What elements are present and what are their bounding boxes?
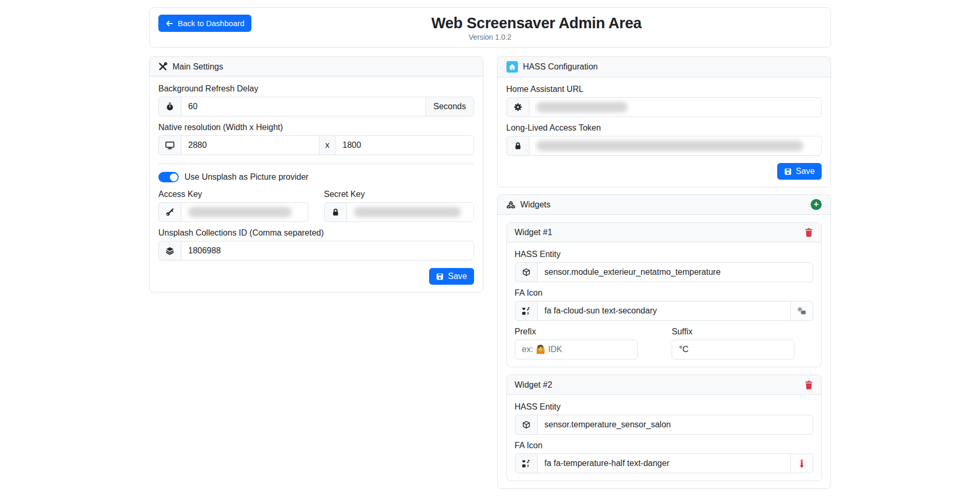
header-card: Back to Dashboard Web Screensaver Admin … xyxy=(149,7,831,48)
key-icon xyxy=(166,208,174,216)
icons-icon xyxy=(522,459,531,468)
arrow-left-icon xyxy=(165,19,174,28)
main-settings-card: Main Settings Background Refresh Delay S… xyxy=(149,56,483,293)
widget-2-fa-icon-input[interactable] xyxy=(537,453,791,473)
fa-icon-label: FA Icon xyxy=(515,441,814,450)
hass-entity-label: HASS Entity xyxy=(515,402,814,412)
unsplash-toggle[interactable] xyxy=(158,172,179,182)
icons-addon xyxy=(515,453,538,473)
gear-icon xyxy=(514,103,522,111)
trash-icon xyxy=(804,380,813,390)
thermometer-half-icon xyxy=(798,459,806,468)
resolution-width-input[interactable] xyxy=(181,135,319,155)
suffix-label: Suffix xyxy=(672,327,813,336)
ha-url-input[interactable] xyxy=(529,97,822,117)
delete-widget-button[interactable] xyxy=(804,380,813,390)
desktop-addon xyxy=(158,135,181,155)
layers-addon xyxy=(158,241,181,261)
widget-1-entity-input[interactable] xyxy=(537,262,814,282)
save-button-label: Save xyxy=(448,272,467,281)
lock-addon xyxy=(506,136,529,156)
redacted-value xyxy=(536,102,628,112)
widget-1-suffix-input[interactable] xyxy=(672,340,794,359)
hass-entity-label: HASS Entity xyxy=(515,250,814,259)
stopwatch-addon xyxy=(158,97,181,116)
redacted-value xyxy=(536,141,803,151)
access-key-label: Access Key xyxy=(158,190,308,199)
layers-icon xyxy=(166,247,174,255)
hass-configuration-card: HASS Configuration Home Assistant URL xyxy=(497,56,832,188)
access-key-input[interactable] xyxy=(181,202,308,222)
widgets-title: Widgets xyxy=(521,200,551,209)
redacted-value xyxy=(354,207,461,217)
widgets-card: Widgets + Widget #1 xyxy=(497,194,832,489)
icons-addon xyxy=(515,301,538,321)
back-button-label: Back to Dashboard xyxy=(178,19,245,28)
widget-1-card: Widget #1 HASS Entity xyxy=(506,222,822,367)
widget-2-icon-preview xyxy=(790,453,813,473)
delete-widget-button[interactable] xyxy=(804,228,813,237)
widget-2-title: Widget #2 xyxy=(515,380,552,390)
resolution-height-input[interactable] xyxy=(335,135,474,155)
resolution-label: Native resolution (Width x Height) xyxy=(158,123,474,132)
main-settings-title: Main Settings xyxy=(172,62,223,72)
ha-token-input[interactable] xyxy=(529,136,822,156)
gear-addon xyxy=(506,97,529,117)
widget-2-entity-input[interactable] xyxy=(537,415,814,435)
cube-addon xyxy=(515,262,538,282)
hass-configuration-title: HASS Configuration xyxy=(523,62,598,72)
version-text: Version 1.0.2 xyxy=(158,33,822,41)
redacted-value xyxy=(188,207,292,217)
fa-icon-label: FA Icon xyxy=(515,288,814,298)
secret-key-input[interactable] xyxy=(347,202,474,222)
trash-icon xyxy=(804,228,813,237)
ha-url-label: Home Assistant URL xyxy=(506,85,822,94)
ha-token-label: Long-Lived Access Token xyxy=(506,123,822,133)
cube-icon xyxy=(522,421,531,429)
hass-save-button[interactable]: Save xyxy=(777,163,822,180)
refresh-delay-label: Background Refresh Delay xyxy=(158,84,474,94)
widget-2-card: Widget #2 HASS Entity xyxy=(506,375,822,481)
main-settings-save-button[interactable]: Save xyxy=(429,268,474,285)
lock-icon xyxy=(514,142,522,150)
page-container: Back to Dashboard Web Screensaver Admin … xyxy=(149,0,831,489)
save-button-label: Save xyxy=(796,167,815,176)
cloud-sun-icon xyxy=(797,307,806,316)
stopwatch-icon xyxy=(166,102,174,111)
screwdriver-wrench-icon xyxy=(158,62,167,71)
cube-addon xyxy=(515,415,538,435)
cubes-icon xyxy=(506,201,515,209)
widget-1-title: Widget #1 xyxy=(515,228,552,237)
collections-id-input[interactable] xyxy=(181,241,474,261)
unsplash-toggle-label: Use Unsplash as Picture provider xyxy=(185,172,308,182)
home-assistant-logo-icon xyxy=(506,61,518,73)
icons-icon xyxy=(522,307,531,316)
lock-icon xyxy=(331,208,340,216)
refresh-delay-input[interactable] xyxy=(181,97,426,116)
widget-1-icon-preview xyxy=(790,301,813,321)
save-floppy-icon xyxy=(436,273,444,281)
divider xyxy=(158,164,474,164)
add-widget-button[interactable]: + xyxy=(811,199,822,210)
desktop-icon xyxy=(165,141,175,149)
save-floppy-icon xyxy=(784,168,792,176)
page-title: Web Screensaver Admin Area xyxy=(251,15,822,32)
secret-key-label: Secret Key xyxy=(324,190,474,199)
seconds-addon: Seconds xyxy=(425,97,474,116)
key-addon xyxy=(158,202,181,222)
prefix-label: Prefix xyxy=(515,327,656,336)
collections-label: Unsplash Collections ID (Comma separeted… xyxy=(158,228,474,238)
widget-1-fa-icon-input[interactable] xyxy=(537,301,791,321)
cube-icon xyxy=(522,268,531,276)
widget-1-prefix-input[interactable] xyxy=(515,340,638,359)
lock-addon xyxy=(324,202,347,222)
back-to-dashboard-button[interactable]: Back to Dashboard xyxy=(158,15,251,32)
resolution-x-addon: x xyxy=(319,135,336,155)
